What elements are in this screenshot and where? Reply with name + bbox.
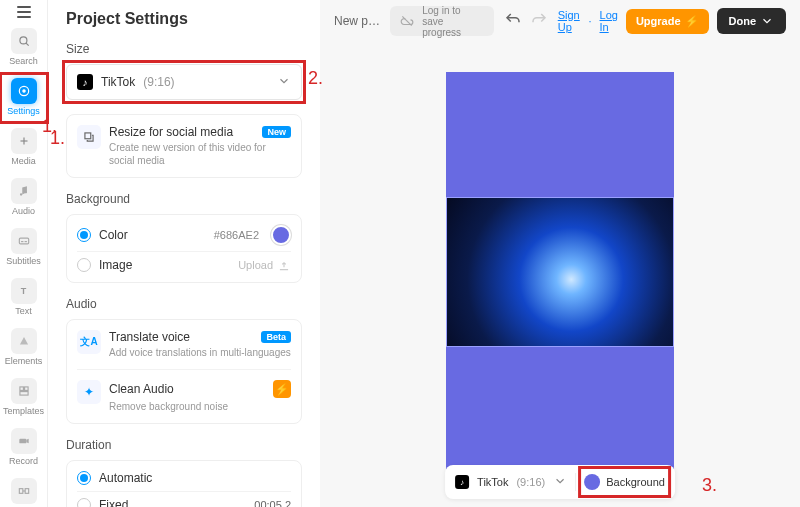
sidebar-item-media[interactable]: Media — [1, 124, 47, 172]
login-link[interactable]: Log In — [600, 9, 618, 33]
sidebar-item-elements[interactable]: Elements — [1, 324, 47, 372]
audio-card: 文A Translate voice Beta Add voice transl… — [66, 319, 302, 424]
badge-new: New — [262, 126, 291, 138]
tiktok-icon: ♪ — [77, 74, 93, 90]
cloud-off-icon — [400, 13, 414, 29]
sparkle-icon: ✦ — [77, 380, 101, 404]
svg-point-7 — [24, 191, 26, 193]
tiktok-icon: ♪ — [455, 475, 469, 489]
duration-section-label: Duration — [66, 438, 302, 452]
bg-button-label: Background — [606, 476, 665, 488]
bottom-platform: TikTok — [477, 476, 508, 488]
resize-icon — [77, 125, 101, 149]
upgrade-button[interactable]: Upgrade ⚡ — [626, 9, 709, 34]
signup-link[interactable]: Sign Up — [558, 9, 581, 33]
sidebar-item-label: Search — [9, 56, 38, 66]
radio-checked-icon — [77, 471, 91, 485]
sidebar-item-label: Elements — [5, 356, 43, 366]
bg-image-option[interactable]: Image Upload — [77, 251, 291, 278]
size-dropdown[interactable]: ♪ TikTok (9:16) — [66, 64, 302, 100]
annotation-number-2: 2. — [308, 68, 323, 89]
resize-card[interactable]: Resize for social media New Create new v… — [66, 114, 302, 178]
sidebar-item-templates[interactable]: Templates — [1, 374, 47, 422]
translate-title: Translate voice — [109, 330, 190, 344]
bg-image-label: Image — [99, 258, 132, 272]
top-bar: New proj… Log in to save progress Sign U… — [320, 0, 800, 42]
radio-unchecked-icon — [77, 498, 91, 507]
svg-line-1 — [26, 43, 29, 46]
annotation-number-3: 3. — [702, 475, 717, 496]
sidebar-item-text[interactable]: T Text — [1, 274, 47, 322]
sidebar-item-label: Record — [9, 456, 38, 466]
grid-icon — [11, 378, 37, 404]
panel-title: Project Settings — [66, 10, 302, 28]
text-icon: T — [11, 278, 37, 304]
clean-title: Clean Audio — [109, 382, 174, 396]
duration-auto-label: Automatic — [99, 471, 152, 485]
svg-point-6 — [19, 193, 21, 195]
audio-section-label: Audio — [66, 297, 302, 311]
login-prompt[interactable]: Log in to save progress — [390, 6, 494, 36]
transition-icon — [11, 478, 37, 504]
duration-fixed-label: Fixed — [99, 498, 128, 507]
svg-marker-11 — [19, 337, 27, 345]
radio-unchecked-icon — [77, 258, 91, 272]
bolt-icon: ⚡ — [273, 380, 291, 398]
project-name[interactable]: New proj… — [334, 14, 380, 28]
video-clip[interactable] — [446, 197, 674, 347]
svg-rect-13 — [24, 387, 27, 391]
badge-beta: Beta — [261, 331, 291, 343]
svg-point-0 — [19, 37, 26, 44]
translate-icon: 文A — [77, 330, 101, 354]
chevron-down-icon[interactable] — [553, 474, 567, 491]
size-platform: TikTok — [101, 75, 135, 89]
sidebar-item-audio[interactable]: Audio — [1, 174, 47, 222]
bg-color-value: #686AE2 — [214, 229, 259, 241]
svg-marker-16 — [26, 439, 28, 444]
login-msg: Log in to save progress — [422, 5, 484, 38]
background-card: Color #686AE2 Image Upload — [66, 214, 302, 283]
sidebar-item-label: Audio — [12, 206, 35, 216]
music-note-icon — [11, 178, 37, 204]
sidebar-item-record[interactable]: Record — [1, 424, 47, 472]
svg-rect-15 — [19, 439, 26, 444]
camera-icon — [11, 428, 37, 454]
redo-button[interactable] — [530, 11, 548, 32]
sidebar-item-transitions[interactable]: Transitions — [1, 474, 47, 507]
background-section-label: Background — [66, 192, 302, 206]
subtitles-icon — [11, 228, 37, 254]
svg-rect-14 — [19, 392, 27, 396]
size-section-label: Size — [66, 42, 302, 56]
shapes-icon — [11, 328, 37, 354]
upload-button[interactable]: Upload — [238, 258, 291, 272]
bolt-icon: ⚡ — [685, 15, 699, 28]
video-stage[interactable] — [446, 72, 674, 477]
undo-button[interactable] — [504, 11, 522, 32]
hamburger-menu-icon[interactable] — [12, 6, 36, 18]
undo-redo — [504, 11, 548, 32]
clean-audio-option[interactable]: ✦ Clean Audio ⚡ Remove background noise — [77, 369, 291, 413]
chevron-down-icon — [277, 74, 291, 91]
svg-rect-12 — [19, 387, 23, 391]
svg-rect-8 — [19, 238, 28, 244]
resize-desc: Create new version of this video for soc… — [109, 141, 291, 167]
duration-fixed-option[interactable]: Fixed 00:05.2 — [77, 491, 291, 507]
svg-rect-18 — [25, 489, 29, 494]
done-button[interactable]: Done — [717, 8, 787, 34]
svg-rect-17 — [19, 489, 23, 494]
sidebar-item-subtitles[interactable]: Subtitles — [1, 224, 47, 272]
canvas-area: New proj… Log in to save progress Sign U… — [320, 0, 800, 507]
bottom-toolbar: ♪ TikTok (9:16) Background — [445, 465, 675, 499]
size-ratio: (9:16) — [143, 75, 174, 89]
bg-color-option[interactable]: Color #686AE2 — [77, 219, 291, 251]
duration-auto-option[interactable]: Automatic — [77, 465, 291, 491]
sidebar-item-search[interactable]: Search — [1, 24, 47, 72]
background-button[interactable]: Background — [584, 474, 665, 490]
svg-rect-20 — [85, 133, 91, 139]
radio-checked-icon — [77, 228, 91, 242]
sidebar-item-label: Subtitles — [6, 256, 41, 266]
annotation-number-1: 1. — [50, 128, 65, 149]
translate-voice-option[interactable]: 文A Translate voice Beta Add voice transl… — [77, 330, 291, 359]
search-icon — [11, 28, 37, 54]
color-swatch[interactable] — [271, 225, 291, 245]
